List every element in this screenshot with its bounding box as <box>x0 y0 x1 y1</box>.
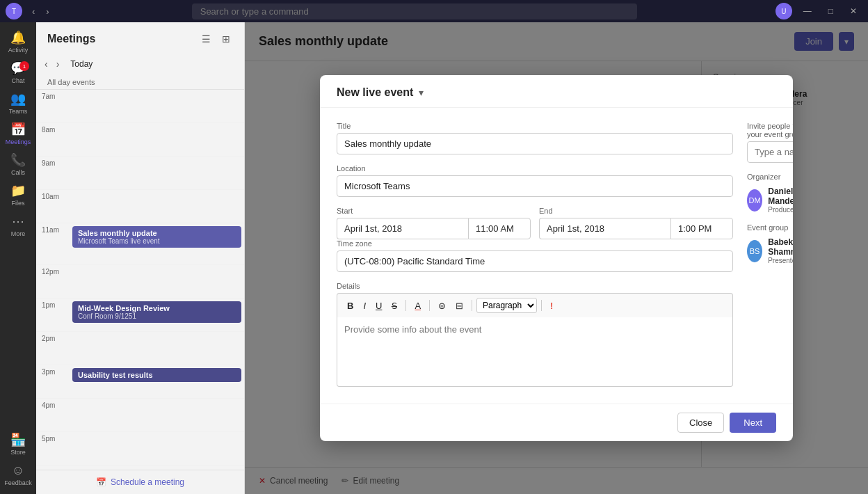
end-time-input[interactable] <box>670 218 733 239</box>
strikethrough-button[interactable]: S̶ <box>387 298 401 313</box>
time-label: 3pm <box>36 365 70 398</box>
bold-button[interactable]: B <box>343 298 357 313</box>
meetings-header: Meetings ☰ ⊞ <box>36 22 244 53</box>
close-button[interactable]: ✕ <box>844 5 862 17</box>
timezone-input[interactable] <box>337 250 733 272</box>
time-slot-12pm: 12pm <box>36 265 244 298</box>
organizer-info: Daniela Mandera Producer <box>768 186 793 214</box>
meeting-card-subtitle: Conf Room 9/1251 <box>78 312 236 320</box>
timezone-form-group: Time zone <box>337 239 733 272</box>
numbered-list-button[interactable]: ⊟ <box>451 298 467 313</box>
time-slot-11am: 11am Sales monthly update Microsoft Team… <box>36 223 244 265</box>
meeting-card-usability[interactable]: Usability test results <box>72 368 241 382</box>
sidebar-item-feedback[interactable]: ☺ Feedback <box>4 461 32 488</box>
app-layout: 🔔 Activity 💬 Chat 1 👥 Teams 📅 Meetings 📞… <box>0 22 868 494</box>
schedule-meeting-button[interactable]: 📅 Schedule a meeting <box>36 470 244 494</box>
store-icon: 🏪 <box>10 432 26 447</box>
toolbar-divider <box>405 300 406 311</box>
search-bar[interactable] <box>192 3 637 19</box>
forward-button[interactable]: › <box>42 5 53 18</box>
end-datetime <box>539 218 733 239</box>
organizer-section: Organizer DM Daniela Mandera Producer <box>747 173 793 214</box>
sidebar-item-more[interactable]: ⋯ More <box>4 212 32 239</box>
time-slot-2pm: 2pm <box>36 332 244 365</box>
slot-content <box>70 432 244 465</box>
presenter-role: Presenter <box>768 257 793 264</box>
modal-overlay: New live event ▾ Title Location <box>245 22 868 494</box>
close-button[interactable]: Close <box>677 413 724 433</box>
time-label: 4pm <box>36 399 70 431</box>
time-slot-5pm: 5pm <box>36 432 244 465</box>
slot-content <box>70 90 244 122</box>
meeting-card-title: Sales monthly update <box>78 229 236 237</box>
time-slot-3pm: 3pm Usability test results <box>36 365 244 399</box>
sidebar-item-label: Teams <box>9 108 28 115</box>
presenter-name: Babek Shammas <box>768 237 793 257</box>
meeting-card-design[interactable]: Mid-Week Design Review Conf Room 9/1251 <box>72 301 241 323</box>
organizer-label: Organizer <box>747 173 793 181</box>
invite-form-group: Invite people to your event group <box>747 122 793 163</box>
maximize-button[interactable]: □ <box>823 5 839 17</box>
formatting-toolbar: B I U S̶ A ⊜ ⊟ <box>337 293 733 317</box>
list-view-icon[interactable]: ☰ <box>199 31 214 47</box>
slot-content <box>70 157 244 189</box>
sidebar-item-teams[interactable]: 👥 Teams <box>4 89 32 117</box>
italic-button[interactable]: I <box>359 298 370 313</box>
presenter-item: BS Babek Shammas Presenter <box>747 237 793 264</box>
meetings-title: Meetings <box>47 33 95 45</box>
sidebar-item-store[interactable]: 🏪 Store <box>4 430 32 458</box>
next-button[interactable]: Next <box>730 413 776 433</box>
modal-title-dropdown-icon[interactable]: ▾ <box>419 87 424 98</box>
time-label: 5pm <box>36 432 70 465</box>
time-slot-4pm: 4pm <box>36 399 244 432</box>
minimize-button[interactable]: — <box>798 5 817 17</box>
sidebar-item-chat[interactable]: 💬 Chat 1 <box>4 58 32 86</box>
details-textarea[interactable] <box>337 317 733 387</box>
title-input[interactable] <box>337 133 733 154</box>
time-slots: 7am 8am 9am 10am 11am <box>36 90 244 470</box>
more-icon: ⋯ <box>12 214 24 229</box>
calendar-plus-icon: 📅 <box>96 477 106 487</box>
start-date-input[interactable] <box>337 218 468 239</box>
title-bar-left: T ‹ › <box>6 3 54 19</box>
presenter-info: Babek Shammas Presenter <box>768 237 793 264</box>
invite-input[interactable] <box>747 141 793 163</box>
user-avatar[interactable]: U <box>775 3 792 19</box>
end-date-input[interactable] <box>539 218 670 239</box>
toolbar-divider <box>472 300 472 311</box>
feedback-icon: ☺ <box>12 463 24 478</box>
back-button[interactable]: ‹ <box>28 5 39 18</box>
event-group-label: Event group <box>747 223 793 232</box>
important-button[interactable]: ! <box>546 298 557 313</box>
start-time-input[interactable] <box>468 218 531 239</box>
title-bar: T ‹ › U — □ ✕ <box>0 0 868 22</box>
prev-nav-button[interactable]: ‹ <box>42 56 51 72</box>
meetings-panel: Meetings ☰ ⊞ ‹ › Today All day events 7a… <box>36 22 245 494</box>
sidebar-item-activity[interactable]: 🔔 Activity <box>4 28 32 56</box>
bullet-list-button[interactable]: ⊜ <box>434 298 450 313</box>
meeting-card-sales[interactable]: Sales monthly update Microsoft Teams liv… <box>72 226 241 248</box>
paragraph-select[interactable]: Paragraph <box>476 298 537 313</box>
sidebar-item-files[interactable]: 📁 Files <box>4 181 32 209</box>
timezone-label: Time zone <box>337 239 733 248</box>
sidebar-item-calls[interactable]: 📞 Calls <box>4 150 32 178</box>
sidebar-item-meetings[interactable]: 📅 Meetings <box>4 120 32 148</box>
text-color-button[interactable]: A <box>410 298 425 313</box>
slot-content: Mid-Week Design Review Conf Room 9/1251 <box>70 298 244 331</box>
modal-body: Title Location Start <box>320 108 793 404</box>
sidebar-item-label: Chat <box>11 77 24 84</box>
grid-view-icon[interactable]: ⊞ <box>219 31 233 47</box>
meetings-icon: 📅 <box>10 122 26 137</box>
chat-badge: 1 <box>19 61 29 71</box>
app-icon: T <box>6 3 22 19</box>
meeting-card-title: Usability test results <box>78 371 236 379</box>
underline-button[interactable]: U <box>371 298 386 313</box>
title-form-group: Title <box>337 122 733 154</box>
sidebar-item-label: More <box>11 230 26 237</box>
location-input[interactable] <box>337 175 733 197</box>
toolbar-divider <box>541 300 542 311</box>
search-input[interactable] <box>192 3 637 19</box>
today-button[interactable]: Today <box>65 56 98 72</box>
next-nav-button[interactable]: › <box>54 56 63 72</box>
time-label: 9am <box>36 157 70 189</box>
